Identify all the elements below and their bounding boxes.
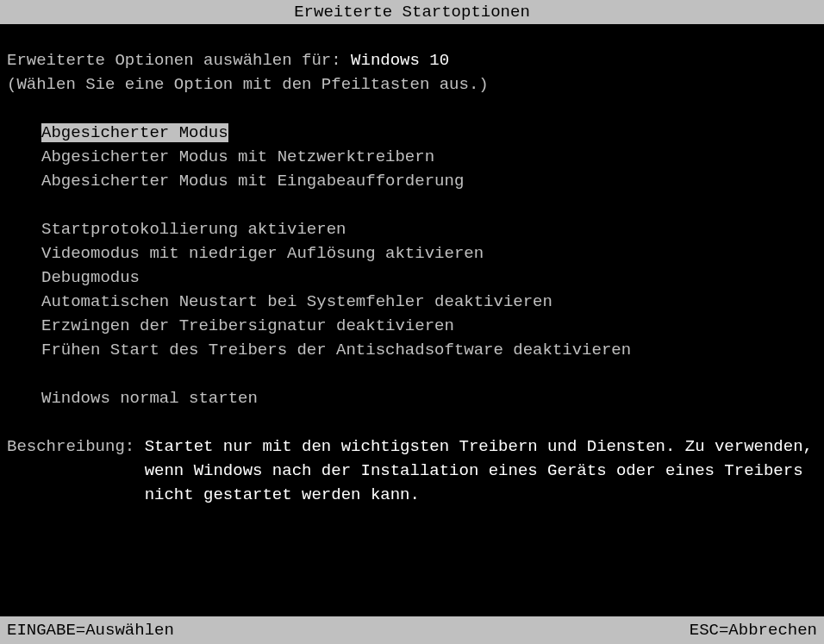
menu-item-start-normal[interactable]: Windows normal starten <box>41 386 817 410</box>
prompt-line: Erweiterte Optionen auswählen für: Windo… <box>7 48 817 72</box>
description-text: Startet nur mit den wichtigsten Treibern… <box>145 435 817 507</box>
menu-item-debug[interactable]: Debugmodus <box>41 266 817 290</box>
boot-menu[interactable]: Abgesicherter Modus Abgesicherter Modus … <box>41 121 817 410</box>
menu-item-low-res[interactable]: Videomodus mit niedriger Auflösung aktiv… <box>41 241 817 266</box>
menu-item-disable-antimalware[interactable]: Frühen Start des Treibers der Antischads… <box>41 338 817 362</box>
menu-item-safe-mode[interactable]: Abgesicherter Modus <box>41 121 228 145</box>
header-bar: Erweiterte Startoptionen <box>0 0 824 24</box>
menu-item-boot-logging[interactable]: Startprotokollierung aktivieren <box>41 217 817 241</box>
prompt-prefix: Erweiterte Optionen auswählen für: <box>7 51 351 70</box>
footer-cancel-hint: ESC=Abbrechen <box>690 616 817 644</box>
description-label: Beschreibung: <box>7 435 145 507</box>
os-name: Windows 10 <box>351 51 449 70</box>
description-block: Beschreibung: Startet nur mit den wichti… <box>7 435 817 507</box>
footer-select-hint: EINGABE=Auswählen <box>7 616 174 644</box>
menu-item-safe-mode-network[interactable]: Abgesicherter Modus mit Netzwerktreibern <box>41 145 817 169</box>
menu-item-disable-driver-sig[interactable]: Erzwingen der Treibersignatur deaktivier… <box>41 314 817 338</box>
content-area: Erweiterte Optionen auswählen für: Windo… <box>0 24 824 507</box>
header-title: Erweiterte Startoptionen <box>294 3 530 22</box>
menu-item-disable-auto-restart[interactable]: Automatischen Neustart bei Systemfehler … <box>41 290 817 314</box>
menu-gap <box>41 362 817 386</box>
menu-gap <box>41 193 817 217</box>
footer-bar: EINGABE=Auswählen ESC=Abbrechen <box>0 616 824 644</box>
menu-item-safe-mode-cmd[interactable]: Abgesicherter Modus mit Eingabeaufforder… <box>41 169 817 193</box>
instruction-line: (Wählen Sie eine Option mit den Pfeiltas… <box>7 72 817 97</box>
